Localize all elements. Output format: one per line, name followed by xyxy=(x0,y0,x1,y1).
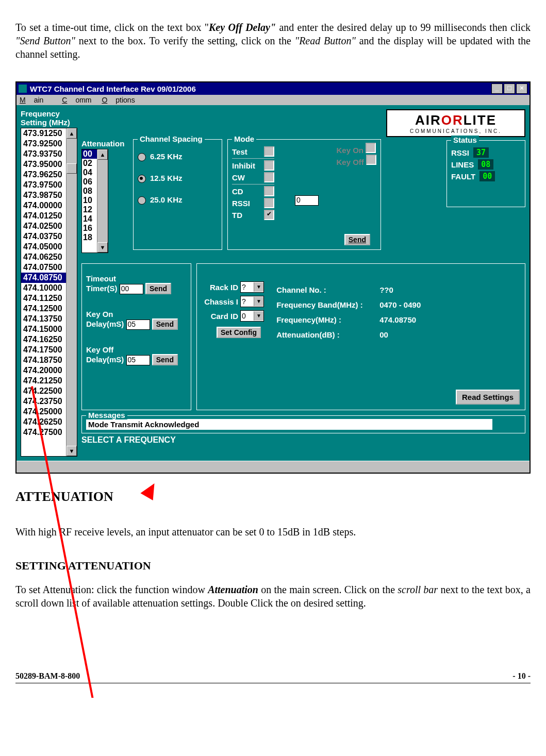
mode-checkbox[interactable] xyxy=(264,186,274,196)
mode-send-button[interactable]: Send xyxy=(344,234,370,245)
atten-db-label: Attenuation(dB) : xyxy=(276,330,379,339)
channel-spacing-option[interactable]: 25.0 KHz xyxy=(138,195,218,205)
channel-spacing-option[interactable]: 12.5 KHz xyxy=(138,174,218,183)
keyon-label: Key On xyxy=(86,310,113,318)
attenuation-paragraph: With high RF receive levels, an input at… xyxy=(15,525,531,539)
menu-main[interactable]: Main xyxy=(20,96,52,104)
status-lines-value: 08 xyxy=(478,159,493,170)
status-group: Status RSSI37 LINES08 FAULT00 xyxy=(446,140,525,207)
channel-spacing-group: Channel Spacing 6.25 KHz12.5 KHz25.0 KHz xyxy=(133,139,222,250)
atten-db-value: 00 xyxy=(379,330,388,339)
read-settings-button[interactable]: Read Settings xyxy=(456,390,520,405)
mode-checkbox[interactable] xyxy=(264,172,274,182)
status-fault-value: 00 xyxy=(479,171,495,181)
key-on-checkbox[interactable] xyxy=(366,143,376,153)
status-fault-label: FAULT xyxy=(451,172,475,181)
scroll-down-icon[interactable]: ▼ xyxy=(67,446,77,456)
attenuation-scrollbar[interactable]: ▲ ▼ xyxy=(97,149,108,253)
scroll-down-icon[interactable]: ▼ xyxy=(97,242,108,253)
mode-checkbox[interactable] xyxy=(264,198,274,208)
channel-spacing-legend: Channel Spacing xyxy=(138,135,205,143)
mode-row: TD xyxy=(232,210,274,220)
mode-label: CD xyxy=(232,187,261,196)
keyoff-send-button[interactable]: Send xyxy=(152,354,178,365)
statusbar xyxy=(16,461,530,473)
mode-row: CW xyxy=(232,172,274,182)
titlebar[interactable]: WTC7 Channel Card Interface Rev 09/01/20… xyxy=(16,82,530,95)
keyon-send-button[interactable]: Send xyxy=(152,318,178,330)
frequency-listbox[interactable]: 473.91250473.92500473.93750473.95000473.… xyxy=(21,128,77,457)
footer-right: - 10 - xyxy=(512,671,531,681)
scroll-up-icon[interactable]: ▲ xyxy=(67,128,77,139)
mode-row: Inhibit xyxy=(232,160,274,171)
channel-spacing-option[interactable]: 6.25 KHz xyxy=(138,152,218,161)
status-rssi-label: RSSI xyxy=(451,148,469,157)
timeout-label: Timeout xyxy=(86,274,116,283)
mode-checkbox[interactable] xyxy=(264,146,274,157)
menu-options[interactable]: Options xyxy=(102,96,135,104)
radio-icon[interactable] xyxy=(138,196,146,205)
freq-label: Frequency(MHz) : xyxy=(276,315,379,324)
keyoff-input[interactable]: 05 xyxy=(126,355,150,365)
logo: AIRORLITE COMMUNICATIONS, INC. xyxy=(386,109,525,137)
intro-paragraph: To set a time-out time, click on the tex… xyxy=(15,21,531,61)
set-config-button[interactable]: Set Config xyxy=(217,327,261,338)
frequency-setting-label: Frequency Setting (MHz) xyxy=(21,109,77,127)
mode-label: TD xyxy=(232,211,261,220)
mode-legend: Mode xyxy=(232,135,256,143)
rssi-input[interactable]: 0 xyxy=(295,195,319,206)
key-off-label: Key Off xyxy=(336,158,363,166)
radio-icon[interactable] xyxy=(138,153,146,161)
freq-band-value: 0470 - 0490 xyxy=(379,300,421,309)
chevron-down-icon[interactable]: ▼ xyxy=(254,282,263,292)
menubar: Main Comm Options xyxy=(16,95,530,105)
timeout-send-button[interactable]: Send xyxy=(145,283,171,294)
setting-attenuation-heading: SETTING ATTENUATION xyxy=(15,559,531,573)
scroll-up-icon[interactable]: ▲ xyxy=(97,149,108,160)
mode-checkbox[interactable] xyxy=(264,210,274,220)
close-button[interactable]: × xyxy=(516,83,527,94)
frequency-scrollbar[interactable]: ▲ ▼ xyxy=(66,128,77,456)
attenuation-heading: ATTENUATION xyxy=(15,489,531,505)
channel-no-value: ??0 xyxy=(379,285,393,294)
card-id-label: Card ID xyxy=(201,312,238,321)
mode-row: CD xyxy=(232,186,274,196)
mode-label: CW xyxy=(232,173,261,182)
messages-group: Messages Mode Transmit Acknowledged xyxy=(81,415,525,433)
scroll-thumb[interactable] xyxy=(67,163,77,174)
status-legend: Status xyxy=(451,136,479,144)
attenuation-label: Attenuation xyxy=(81,139,128,148)
chassis-id-dropdown[interactable]: ?▼ xyxy=(240,296,264,307)
setting-attenuation-paragraph: To set Attenuation: click the function w… xyxy=(15,583,531,610)
timers-group: Timeout Timer(S) 00 Send Key On Delay(mS… xyxy=(81,263,191,410)
maximize-button[interactable]: □ xyxy=(504,83,515,94)
mode-checkbox[interactable] xyxy=(264,160,274,171)
status-rssi-value: 37 xyxy=(473,147,489,158)
application-window: WTC7 Channel Card Interface Rev 09/01/20… xyxy=(15,81,531,474)
app-icon xyxy=(19,85,27,93)
rack-id-label: Rack ID xyxy=(201,283,238,292)
key-on-label: Key On xyxy=(336,146,363,155)
message-text: Mode Transmit Acknowledged xyxy=(86,419,492,430)
rack-id-dropdown[interactable]: ?▼ xyxy=(240,281,264,293)
key-off-checkbox[interactable] xyxy=(366,155,376,165)
window-title: WTC7 Channel Card Interface Rev 09/01/20… xyxy=(30,85,491,93)
channel-no-label: Channel No. : xyxy=(276,285,379,294)
attenuation-listbox[interactable]: 00020406081012141618 ▲ ▼ xyxy=(81,149,108,253)
chevron-down-icon[interactable]: ▼ xyxy=(254,297,263,306)
mode-label: RSSI xyxy=(232,199,261,208)
select-frequency-label: SELECT A FREQUENCY xyxy=(81,435,525,445)
timeout-label2: Timer(S) xyxy=(86,284,118,293)
keyon-input[interactable]: 05 xyxy=(126,320,150,330)
timeout-input[interactable]: 00 xyxy=(120,284,143,294)
chevron-down-icon[interactable]: ▼ xyxy=(254,311,263,321)
mode-label: Test xyxy=(232,147,261,156)
menu-comm[interactable]: Comm xyxy=(62,96,91,104)
mode-label: Inhibit xyxy=(232,161,261,170)
freq-band-label: Frequency Band(MHz) : xyxy=(276,300,379,309)
card-id-dropdown[interactable]: 0▼ xyxy=(240,310,264,322)
mode-row: RSSI xyxy=(232,198,274,208)
minimize-button[interactable]: _ xyxy=(491,83,503,94)
chassis-id-label: Chassis I xyxy=(201,297,238,306)
radio-icon[interactable] xyxy=(138,175,146,183)
